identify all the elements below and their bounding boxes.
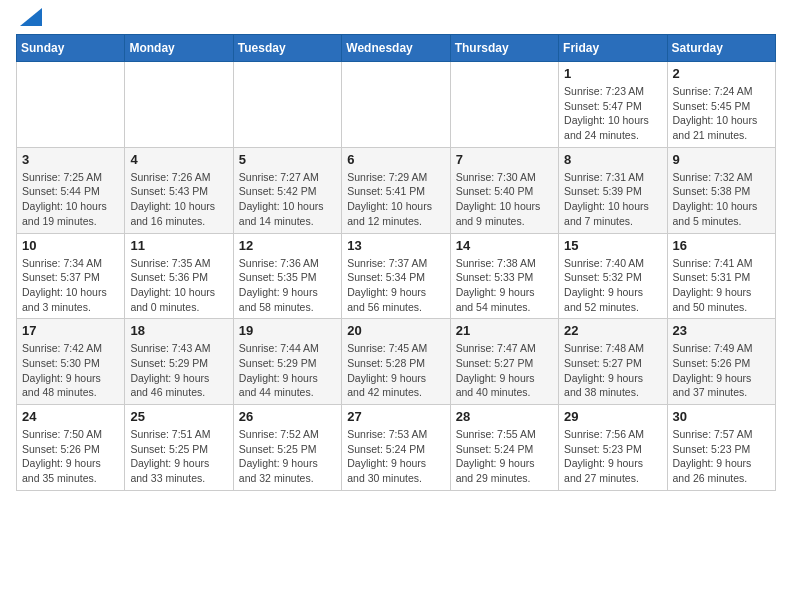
calendar-cell: 11Sunrise: 7:35 AM Sunset: 5:36 PM Dayli…	[125, 233, 233, 319]
day-number: 22	[564, 323, 661, 338]
day-number: 11	[130, 238, 227, 253]
svg-marker-0	[20, 8, 42, 26]
calendar-cell: 10Sunrise: 7:34 AM Sunset: 5:37 PM Dayli…	[17, 233, 125, 319]
day-number: 26	[239, 409, 336, 424]
calendar-cell: 3Sunrise: 7:25 AM Sunset: 5:44 PM Daylig…	[17, 147, 125, 233]
weekday-header-tuesday: Tuesday	[233, 35, 341, 62]
calendar-cell: 12Sunrise: 7:36 AM Sunset: 5:35 PM Dayli…	[233, 233, 341, 319]
day-info: Sunrise: 7:29 AM Sunset: 5:41 PM Dayligh…	[347, 170, 444, 229]
day-number: 15	[564, 238, 661, 253]
day-number: 12	[239, 238, 336, 253]
weekday-header-monday: Monday	[125, 35, 233, 62]
calendar-cell: 2Sunrise: 7:24 AM Sunset: 5:45 PM Daylig…	[667, 62, 775, 148]
day-info: Sunrise: 7:56 AM Sunset: 5:23 PM Dayligh…	[564, 427, 661, 486]
calendar-cell	[342, 62, 450, 148]
calendar-week-row: 10Sunrise: 7:34 AM Sunset: 5:37 PM Dayli…	[17, 233, 776, 319]
calendar-cell: 6Sunrise: 7:29 AM Sunset: 5:41 PM Daylig…	[342, 147, 450, 233]
calendar-cell	[17, 62, 125, 148]
calendar-week-row: 17Sunrise: 7:42 AM Sunset: 5:30 PM Dayli…	[17, 319, 776, 405]
calendar-cell: 14Sunrise: 7:38 AM Sunset: 5:33 PM Dayli…	[450, 233, 558, 319]
day-number: 30	[673, 409, 770, 424]
day-info: Sunrise: 7:52 AM Sunset: 5:25 PM Dayligh…	[239, 427, 336, 486]
calendar-cell	[450, 62, 558, 148]
logo-arrow-icon	[20, 8, 42, 26]
calendar-cell: 1Sunrise: 7:23 AM Sunset: 5:47 PM Daylig…	[559, 62, 667, 148]
day-number: 20	[347, 323, 444, 338]
day-number: 8	[564, 152, 661, 167]
day-number: 4	[130, 152, 227, 167]
calendar-cell: 25Sunrise: 7:51 AM Sunset: 5:25 PM Dayli…	[125, 405, 233, 491]
calendar-cell: 23Sunrise: 7:49 AM Sunset: 5:26 PM Dayli…	[667, 319, 775, 405]
calendar-week-row: 24Sunrise: 7:50 AM Sunset: 5:26 PM Dayli…	[17, 405, 776, 491]
day-info: Sunrise: 7:36 AM Sunset: 5:35 PM Dayligh…	[239, 256, 336, 315]
day-info: Sunrise: 7:53 AM Sunset: 5:24 PM Dayligh…	[347, 427, 444, 486]
logo	[16, 16, 42, 26]
calendar-cell: 15Sunrise: 7:40 AM Sunset: 5:32 PM Dayli…	[559, 233, 667, 319]
calendar-cell: 22Sunrise: 7:48 AM Sunset: 5:27 PM Dayli…	[559, 319, 667, 405]
calendar-week-row: 3Sunrise: 7:25 AM Sunset: 5:44 PM Daylig…	[17, 147, 776, 233]
day-number: 19	[239, 323, 336, 338]
day-info: Sunrise: 7:43 AM Sunset: 5:29 PM Dayligh…	[130, 341, 227, 400]
calendar-table: SundayMondayTuesdayWednesdayThursdayFrid…	[16, 34, 776, 491]
calendar-cell: 8Sunrise: 7:31 AM Sunset: 5:39 PM Daylig…	[559, 147, 667, 233]
calendar-cell: 4Sunrise: 7:26 AM Sunset: 5:43 PM Daylig…	[125, 147, 233, 233]
calendar-cell: 19Sunrise: 7:44 AM Sunset: 5:29 PM Dayli…	[233, 319, 341, 405]
day-number: 21	[456, 323, 553, 338]
day-info: Sunrise: 7:48 AM Sunset: 5:27 PM Dayligh…	[564, 341, 661, 400]
day-info: Sunrise: 7:35 AM Sunset: 5:36 PM Dayligh…	[130, 256, 227, 315]
day-number: 18	[130, 323, 227, 338]
day-info: Sunrise: 7:41 AM Sunset: 5:31 PM Dayligh…	[673, 256, 770, 315]
day-info: Sunrise: 7:25 AM Sunset: 5:44 PM Dayligh…	[22, 170, 119, 229]
day-info: Sunrise: 7:40 AM Sunset: 5:32 PM Dayligh…	[564, 256, 661, 315]
calendar-body: 1Sunrise: 7:23 AM Sunset: 5:47 PM Daylig…	[17, 62, 776, 491]
day-number: 3	[22, 152, 119, 167]
calendar-cell: 21Sunrise: 7:47 AM Sunset: 5:27 PM Dayli…	[450, 319, 558, 405]
day-info: Sunrise: 7:27 AM Sunset: 5:42 PM Dayligh…	[239, 170, 336, 229]
day-number: 23	[673, 323, 770, 338]
day-info: Sunrise: 7:24 AM Sunset: 5:45 PM Dayligh…	[673, 84, 770, 143]
day-number: 28	[456, 409, 553, 424]
day-number: 10	[22, 238, 119, 253]
day-info: Sunrise: 7:34 AM Sunset: 5:37 PM Dayligh…	[22, 256, 119, 315]
day-number: 29	[564, 409, 661, 424]
day-info: Sunrise: 7:32 AM Sunset: 5:38 PM Dayligh…	[673, 170, 770, 229]
calendar-header-row: SundayMondayTuesdayWednesdayThursdayFrid…	[17, 35, 776, 62]
calendar-cell: 24Sunrise: 7:50 AM Sunset: 5:26 PM Dayli…	[17, 405, 125, 491]
calendar-cell: 13Sunrise: 7:37 AM Sunset: 5:34 PM Dayli…	[342, 233, 450, 319]
calendar-cell	[125, 62, 233, 148]
calendar-week-row: 1Sunrise: 7:23 AM Sunset: 5:47 PM Daylig…	[17, 62, 776, 148]
weekday-header-friday: Friday	[559, 35, 667, 62]
day-info: Sunrise: 7:38 AM Sunset: 5:33 PM Dayligh…	[456, 256, 553, 315]
day-number: 17	[22, 323, 119, 338]
day-number: 6	[347, 152, 444, 167]
calendar-cell: 18Sunrise: 7:43 AM Sunset: 5:29 PM Dayli…	[125, 319, 233, 405]
weekday-header-thursday: Thursday	[450, 35, 558, 62]
calendar-cell: 17Sunrise: 7:42 AM Sunset: 5:30 PM Dayli…	[17, 319, 125, 405]
calendar-cell: 16Sunrise: 7:41 AM Sunset: 5:31 PM Dayli…	[667, 233, 775, 319]
day-number: 1	[564, 66, 661, 81]
calendar-cell: 26Sunrise: 7:52 AM Sunset: 5:25 PM Dayli…	[233, 405, 341, 491]
calendar-cell: 7Sunrise: 7:30 AM Sunset: 5:40 PM Daylig…	[450, 147, 558, 233]
weekday-header-wednesday: Wednesday	[342, 35, 450, 62]
day-info: Sunrise: 7:50 AM Sunset: 5:26 PM Dayligh…	[22, 427, 119, 486]
day-number: 27	[347, 409, 444, 424]
day-info: Sunrise: 7:47 AM Sunset: 5:27 PM Dayligh…	[456, 341, 553, 400]
day-info: Sunrise: 7:23 AM Sunset: 5:47 PM Dayligh…	[564, 84, 661, 143]
day-number: 13	[347, 238, 444, 253]
calendar-cell: 5Sunrise: 7:27 AM Sunset: 5:42 PM Daylig…	[233, 147, 341, 233]
weekday-header-saturday: Saturday	[667, 35, 775, 62]
day-number: 9	[673, 152, 770, 167]
calendar-cell: 20Sunrise: 7:45 AM Sunset: 5:28 PM Dayli…	[342, 319, 450, 405]
day-info: Sunrise: 7:31 AM Sunset: 5:39 PM Dayligh…	[564, 170, 661, 229]
weekday-header-sunday: Sunday	[17, 35, 125, 62]
day-number: 7	[456, 152, 553, 167]
calendar-cell: 9Sunrise: 7:32 AM Sunset: 5:38 PM Daylig…	[667, 147, 775, 233]
day-info: Sunrise: 7:30 AM Sunset: 5:40 PM Dayligh…	[456, 170, 553, 229]
calendar-cell: 27Sunrise: 7:53 AM Sunset: 5:24 PM Dayli…	[342, 405, 450, 491]
calendar-cell	[233, 62, 341, 148]
day-info: Sunrise: 7:51 AM Sunset: 5:25 PM Dayligh…	[130, 427, 227, 486]
page-header	[16, 16, 776, 26]
day-info: Sunrise: 7:37 AM Sunset: 5:34 PM Dayligh…	[347, 256, 444, 315]
day-info: Sunrise: 7:44 AM Sunset: 5:29 PM Dayligh…	[239, 341, 336, 400]
day-number: 5	[239, 152, 336, 167]
